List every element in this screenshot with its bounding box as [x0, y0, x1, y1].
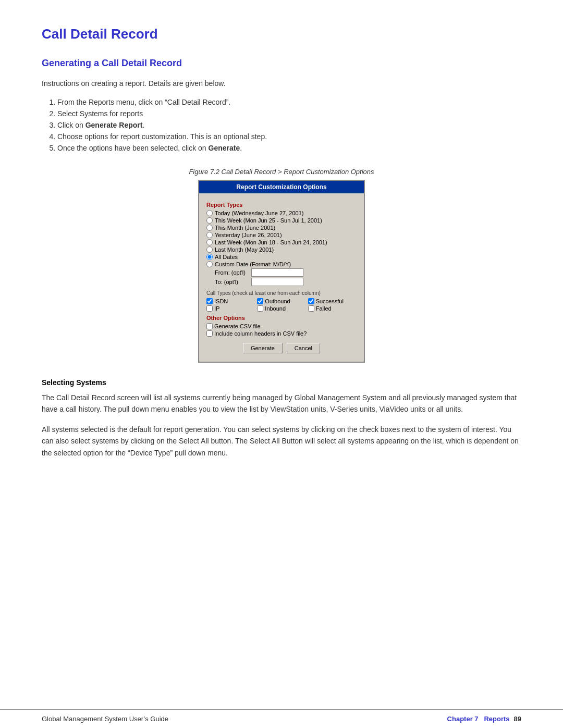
dialog-buttons: Generate Cancel: [206, 343, 357, 356]
radio-today-label: Today (Wednesday June 27, 2001): [215, 210, 303, 216]
radio-today-input[interactable]: [206, 210, 213, 216]
check-inbound[interactable]: Inbound: [257, 305, 305, 312]
step-5: Once the options have been selected, cli…: [57, 144, 521, 152]
check-failed-input[interactable]: [308, 305, 314, 312]
check-inbound-input[interactable]: [257, 305, 263, 312]
radio-yesterday-input[interactable]: [206, 232, 213, 238]
dialog-title-bar: Report Customization Options: [199, 181, 364, 193]
figure-container: Figure 7.2 Call Detail Record > Report C…: [42, 168, 521, 363]
radio-last-week-label: Last Week (Mon Jun 18 - Sun Jun 24, 2001…: [215, 239, 327, 245]
dialog-box: Report Customization Options Report Type…: [198, 180, 365, 363]
check-successful-input[interactable]: [308, 298, 314, 304]
call-types-grid: ISDN Outbound Successful IP: [206, 298, 357, 312]
dialog-body: Report Types Today (Wednesday June 27, 2…: [199, 193, 364, 362]
check-outbound[interactable]: Outbound: [257, 298, 305, 304]
radio-today[interactable]: Today (Wednesday June 27, 2001): [206, 210, 357, 216]
call-types-label: Call Types (check at least one from each…: [206, 290, 357, 296]
check-failed-label: Failed: [316, 305, 332, 312]
radio-all-dates[interactable]: All Dates: [206, 254, 357, 260]
step-4: Choose options for report customization.…: [57, 132, 521, 141]
check-include-headers[interactable]: Include column headers in CSV file?: [206, 330, 357, 337]
radio-last-month-input[interactable]: [206, 246, 213, 253]
radio-this-week-input[interactable]: [206, 217, 213, 224]
check-ip-input[interactable]: [206, 305, 213, 312]
radio-this-month[interactable]: This Month (June 2001): [206, 225, 357, 231]
from-label: From: (opt'l): [215, 269, 251, 276]
selecting-systems-title: Selecting Systems: [42, 378, 521, 387]
radio-all-dates-label: All Dates: [215, 254, 238, 260]
check-generate-csv[interactable]: Generate CSV file: [206, 323, 357, 329]
page-content: Call Detail Record Generating a Call Det…: [0, 0, 563, 509]
check-isdn[interactable]: ISDN: [206, 298, 255, 304]
check-successful[interactable]: Successful: [308, 298, 357, 304]
footer-page-number: 89: [514, 715, 521, 723]
report-types-label: Report Types: [206, 202, 357, 208]
check-isdn-input[interactable]: [206, 298, 213, 304]
check-include-headers-input[interactable]: [206, 330, 213, 337]
check-generate-csv-input[interactable]: [206, 323, 213, 329]
selecting-systems-para1: The Call Detail Record screen will list …: [42, 392, 521, 415]
check-ip[interactable]: IP: [206, 305, 255, 312]
radio-all-dates-input[interactable]: [206, 254, 213, 260]
radio-last-month[interactable]: Last Month (May 2001): [206, 246, 357, 253]
check-ip-label: IP: [214, 305, 219, 312]
radio-last-week[interactable]: Last Week (Mon Jun 18 - Sun Jun 24, 2001…: [206, 239, 357, 245]
step-1: From the Reports menu, click on “Call De…: [57, 98, 521, 106]
to-date-row: To: (opt'l): [215, 278, 357, 286]
radio-this-week-label: This Week (Mon Jun 25 - Sun Jul 1, 2001): [215, 217, 322, 224]
from-date-row: From: (opt'l): [215, 268, 357, 277]
page-title: Call Detail Record: [42, 26, 521, 42]
from-date-input[interactable]: [251, 268, 303, 277]
selecting-systems-para2: All systems selected is the default for …: [42, 424, 521, 459]
step-2: Select Systems for reports: [57, 109, 521, 118]
radio-last-week-input[interactable]: [206, 239, 213, 245]
selecting-systems-section: Selecting Systems The Call Detail Record…: [42, 378, 521, 459]
radio-this-week[interactable]: This Week (Mon Jun 25 - Sun Jul 1, 2001): [206, 217, 357, 224]
footer-left: Global Management System User’s Guide: [42, 715, 168, 723]
check-failed[interactable]: Failed: [308, 305, 357, 312]
radio-yesterday[interactable]: Yesterday (June 26, 2001): [206, 232, 357, 238]
radio-last-month-label: Last Month (May 2001): [215, 246, 274, 253]
other-options-label: Other Options: [206, 315, 357, 321]
check-outbound-input[interactable]: [257, 298, 263, 304]
steps-list: From the Reports menu, click on “Call De…: [57, 98, 521, 152]
check-successful-label: Successful: [316, 298, 344, 304]
generate-button[interactable]: Generate: [243, 343, 283, 353]
radio-this-month-input[interactable]: [206, 225, 213, 231]
radio-custom-date-input[interactable]: [206, 261, 213, 267]
footer-chapter: Chapter 7 Reports: [447, 715, 510, 723]
other-options-section: Other Options Generate CSV file Include …: [206, 315, 357, 337]
step-3: Click on Generate Report.: [57, 121, 521, 129]
page-footer: Global Management System User’s Guide Ch…: [0, 709, 563, 728]
check-outbound-label: Outbound: [265, 298, 290, 304]
radio-custom-date[interactable]: Custom Date (Format: M/D/Y): [206, 261, 357, 267]
figure-caption: Figure 7.2 Call Detail Record > Report C…: [189, 168, 374, 176]
radio-this-month-label: This Month (June 2001): [215, 225, 275, 231]
cancel-button[interactable]: Cancel: [287, 343, 320, 353]
check-generate-csv-label: Generate CSV file: [214, 323, 261, 329]
check-include-headers-label: Include column headers in CSV file?: [214, 330, 307, 337]
check-isdn-label: ISDN: [214, 298, 228, 304]
footer-right: Chapter 7 Reports 89: [447, 715, 521, 723]
section-title: Generating a Call Detail Record: [42, 58, 521, 69]
intro-text: Instructions on creating a report. Detai…: [42, 79, 521, 88]
to-label: To: (opt'l): [215, 279, 251, 285]
check-inbound-label: Inbound: [265, 305, 286, 312]
radio-custom-date-label: Custom Date (Format: M/D/Y): [215, 261, 291, 267]
to-date-input[interactable]: [251, 278, 303, 286]
radio-yesterday-label: Yesterday (June 26, 2001): [215, 232, 282, 238]
